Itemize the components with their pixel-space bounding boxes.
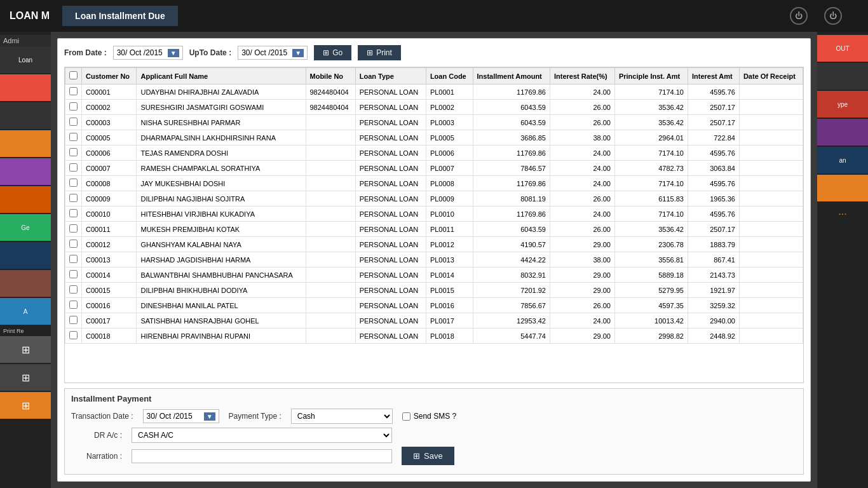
cell-mobile-no: [306, 222, 355, 237]
cell-loan-code: PL0005: [426, 130, 473, 146]
table-row[interactable]: C00011 MUKESH PREMJIBHAI KOTAK PERSONAL …: [65, 222, 803, 237]
transaction-date-calendar[interactable]: ▼: [204, 412, 215, 421]
from-date-input[interactable]: 30/ Oct /2015 ▼: [113, 46, 183, 60]
cell-interest-amt: 4595.76: [688, 146, 739, 161]
cell-applicant-name: MUKESH PREMJIBHAI KOTAK: [137, 222, 306, 237]
table-row[interactable]: C00006 TEJAS RAMENDRA DOSHI PERSONAL LOA…: [65, 146, 803, 161]
payment-type-select[interactable]: Cash Cheque Online: [291, 409, 393, 424]
row-checkbox[interactable]: [69, 102, 78, 111]
right-item-type[interactable]: ype: [817, 91, 868, 118]
upto-date-calendar[interactable]: ▼: [292, 49, 304, 57]
sidebar-item-ge[interactable]: Ge: [0, 214, 51, 241]
cell-applicant-name: DINESHBHAI MANILAL PATEL: [137, 298, 306, 313]
power-button[interactable]: ⏻: [790, 7, 808, 25]
send-sms-checkbox[interactable]: [402, 412, 410, 421]
table-row[interactable]: C00003 NISHA SURESHBHAI PARMAR PERSONAL …: [65, 115, 803, 130]
cell-principle-inst-amt: 5889.18: [614, 268, 688, 283]
cell-installment-amount: 6043.59: [473, 222, 550, 237]
cell-installment-amount: 11769.86: [473, 146, 550, 161]
cell-installment-amount: 3686.85: [473, 130, 550, 146]
cell-interest-rate: 29.00: [550, 283, 614, 298]
select-all-checkbox[interactable]: [69, 71, 78, 79]
table-row[interactable]: C00018 HIRENBHAI PRAVINBHAI RUPANI PERSO…: [65, 329, 803, 344]
cell-interest-rate: 26.00: [550, 115, 614, 130]
row-checkbox[interactable]: [69, 285, 78, 294]
loan-table-container: Customer No Applicant Full Name Mobile N…: [64, 67, 804, 383]
sidebar-item-7[interactable]: [0, 242, 51, 269]
table-row[interactable]: C00002 SURESHGIRI JASMATGIRI GOSWAMI 982…: [65, 100, 803, 115]
from-date-label: From Date :: [64, 48, 107, 57]
sidebar-item-1[interactable]: [0, 74, 51, 101]
sidebar-item-3[interactable]: [0, 130, 51, 157]
sidebar-item-2[interactable]: [0, 102, 51, 129]
row-checkbox[interactable]: [69, 255, 78, 263]
right-item-orange[interactable]: [817, 175, 868, 201]
table-row[interactable]: C00009 DILIPBHAI NAGJIBHAI SOJITRA PERSO…: [65, 191, 803, 207]
cell-interest-rate: 38.00: [550, 130, 614, 146]
upto-date-input[interactable]: 30/ Oct /2015 ▼: [238, 46, 308, 60]
cell-interest-amt: 867.41: [688, 252, 739, 268]
cell-installment-amount: 4424.22: [473, 252, 550, 268]
row-checkbox[interactable]: [69, 133, 78, 141]
cell-loan-code: PL0008: [426, 176, 473, 191]
table-row[interactable]: C00005 DHARMAPALSINH LAKHDHIRSINH RANA P…: [65, 130, 803, 146]
row-checkbox[interactable]: [69, 194, 78, 202]
table-row[interactable]: C00008 JAY MUKESHBHAI DOSHI PERSONAL LOA…: [65, 176, 803, 191]
row-checkbox[interactable]: [69, 240, 78, 248]
table-row[interactable]: C00017 SATISHBHAI HANSRAJBHAI GOHEL PERS…: [65, 313, 803, 329]
row-checkbox[interactable]: [69, 163, 78, 172]
row-checkbox[interactable]: [69, 316, 78, 324]
table-row[interactable]: C00007 RAMESH CHAMPAKLAL SORATHIYA PERSO…: [65, 161, 803, 176]
dr-ac-select[interactable]: CASH A/C: [132, 428, 392, 443]
table-row[interactable]: C00016 DINESHBHAI MANILAL PATEL PERSONAL…: [65, 298, 803, 313]
print-button[interactable]: ⊞ Print: [358, 45, 401, 60]
table-row[interactable]: C00013 HARSHAD JAGDISHBHAI HARMA PERSONA…: [65, 252, 803, 268]
right-item-dark[interactable]: [817, 63, 868, 90]
table-row[interactable]: C00010 HITESHBHAI VIRJIBHAI KUKADIYA PER…: [65, 207, 803, 222]
cell-applicant-name: DILIPBHAI BHIKHUBHAI DODIYA: [137, 283, 306, 298]
row-checkbox[interactable]: [69, 270, 78, 278]
cell-interest-amt: 4595.76: [688, 85, 739, 100]
right-item-loan[interactable]: an: [817, 147, 868, 173]
cell-interest-amt: 2507.17: [688, 222, 739, 237]
sidebar-item-4[interactable]: [0, 158, 51, 185]
row-checkbox[interactable]: [69, 301, 78, 309]
cell-interest-amt: 3259.32: [688, 298, 739, 313]
right-item-out[interactable]: OUT: [817, 35, 868, 62]
sidebar-item-a[interactable]: A: [0, 298, 51, 325]
row-checkbox[interactable]: [69, 87, 78, 95]
sidebar-item-grid2[interactable]: ⊞: [0, 364, 51, 391]
cell-date-of-receipt: [739, 268, 803, 283]
cell-interest-amt: 4595.76: [688, 176, 739, 191]
transaction-date-input[interactable]: 30/ Oct /2015 ▼: [143, 409, 219, 423]
row-checkbox[interactable]: [69, 209, 78, 217]
cell-mobile-no: [306, 237, 355, 252]
sidebar-item-8[interactable]: [0, 270, 51, 297]
table-row[interactable]: C00012 GHANSHYAM KALABHAI NAYA PERSONAL …: [65, 237, 803, 252]
row-checkbox[interactable]: [69, 331, 78, 339]
right-item-purple[interactable]: [817, 119, 868, 146]
sidebar-item-5[interactable]: [0, 186, 51, 213]
row-checkbox[interactable]: [69, 148, 78, 156]
sidebar-item-loan[interactable]: Loan: [0, 46, 51, 73]
cell-date-of-receipt: [739, 85, 803, 100]
cell-mobile-no: [306, 146, 355, 161]
cell-applicant-name: SURESHGIRI JASMATGIRI GOSWAMI: [137, 100, 306, 115]
go-button[interactable]: ⊞ Go: [314, 45, 351, 60]
cell-installment-amount: 7846.57: [473, 161, 550, 176]
sidebar-item-grid3[interactable]: ⊞: [0, 392, 51, 419]
row-checkbox[interactable]: [69, 118, 78, 126]
narration-input[interactable]: [132, 449, 392, 463]
table-row[interactable]: C00001 UDAYBHAI DHIRAJBHAI ZALAVADIA 982…: [65, 85, 803, 100]
from-date-calendar[interactable]: ▼: [168, 49, 179, 57]
table-row[interactable]: C00015 DILIPBHAI BHIKHUBHAI DODIYA PERSO…: [65, 283, 803, 298]
cell-customer-no: C00013: [82, 252, 137, 268]
table-row[interactable]: C00014 BALWANTBHAI SHAMBHUBHAI PANCHASAR…: [65, 268, 803, 283]
save-button[interactable]: ⊞ Save: [402, 447, 454, 465]
cell-loan-code: PL0014: [426, 268, 473, 283]
row-checkbox[interactable]: [69, 179, 78, 187]
row-checkbox[interactable]: [69, 224, 78, 233]
cell-customer-no: C00007: [82, 161, 137, 176]
sidebar-item-grid1[interactable]: ⊞: [0, 336, 51, 363]
power-button-right[interactable]: ⏻: [824, 7, 842, 25]
